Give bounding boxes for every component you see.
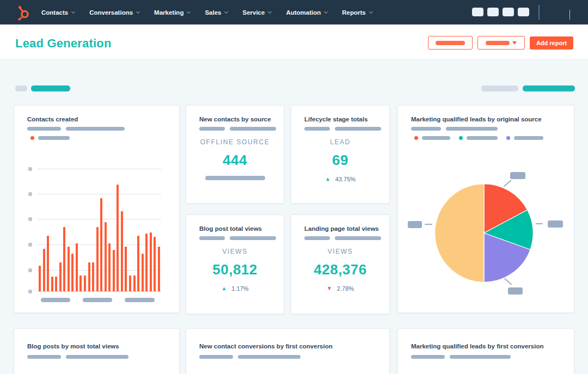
gridline: [37, 291, 161, 292]
x-label-pill: [41, 298, 70, 302]
mql-pie-chart: [432, 181, 536, 285]
chevron-down-icon: [187, 9, 191, 13]
trend-arrow-icon: ▼: [327, 286, 332, 291]
bar: [84, 275, 86, 291]
top-navigation-bar: ContactsConversationsMarketingSalesServi…: [0, 0, 588, 24]
dashboard-filter-right-placeholder: [481, 85, 575, 91]
pie-callout-pill: [408, 221, 422, 228]
card-title: Lifecycle stage totals: [304, 116, 367, 122]
bar: [68, 247, 70, 291]
subtitle-pill: [27, 355, 61, 359]
metric-body: VIEWS 50,812 ▲ 1.17%: [186, 248, 284, 292]
legend-item[interactable]: [459, 136, 498, 140]
card-title: Marketing qualified leads by original so…: [411, 116, 542, 122]
nav-item-service[interactable]: Service: [242, 9, 271, 16]
subtitle-pill: [304, 236, 330, 240]
metric-category: LEAD: [291, 138, 389, 146]
nav-item-marketing[interactable]: Marketing: [154, 9, 190, 16]
nav-action-icon-placeholder[interactable]: [518, 8, 529, 16]
metric-category: VIEWS: [186, 248, 284, 255]
trend-arrow-icon: ▲: [325, 176, 330, 182]
chevron-down-icon: [224, 9, 228, 13]
card-mql-by-original-source: Marketing qualified leads by original so…: [397, 105, 574, 313]
nav-item-label: Automation: [286, 9, 321, 16]
page-title: Lead Generation: [15, 36, 112, 51]
x-axis-labels-placeholder: [41, 298, 155, 302]
pie-callout-pill: [510, 172, 525, 179]
legend-label-placeholder: [514, 136, 543, 140]
dashboard-filter-left-placeholder: [15, 85, 70, 91]
bar: [63, 227, 65, 291]
subtitle-pill: [411, 355, 445, 359]
metric-value: 428,376: [291, 261, 389, 278]
subtitle-pill: [230, 236, 276, 240]
nav-action-icon-placeholder[interactable]: [503, 8, 514, 16]
legend-item[interactable]: [506, 136, 543, 140]
legend-item[interactable]: [414, 136, 450, 140]
bar: [39, 266, 41, 291]
nav-action-icon-placeholder[interactable]: [487, 8, 499, 16]
subtitle-pill: [335, 127, 381, 131]
account-menu-caret-icon[interactable]: [569, 10, 570, 20]
add-report-button[interactable]: Add report: [530, 36, 573, 50]
pie-callout-line: [536, 223, 543, 224]
bar: [108, 243, 111, 291]
bar: [133, 275, 136, 291]
metric-body: LEAD 69 ▲ 43.75%: [291, 138, 389, 182]
card-landing-page-total-views: Landing page total views VIEWS 428,376 ▼…: [291, 214, 390, 314]
dashboard-filter-button-placeholder[interactable]: [428, 36, 473, 50]
card-title: New contact conversions by first convers…: [199, 343, 333, 350]
bar: [145, 234, 148, 291]
bar: [43, 249, 45, 291]
nav-item-reports[interactable]: Reports: [342, 9, 372, 16]
chevron-down-icon: [268, 9, 272, 13]
subtitle-pill: [450, 355, 511, 359]
metric-body: OFFLINE SOURCE 444: [186, 138, 284, 180]
metric-value: 50,812: [186, 261, 284, 278]
nav-item-sales[interactable]: Sales: [205, 9, 228, 16]
nav-item-label: Conversations: [89, 9, 133, 16]
chevron-down-icon: [136, 9, 140, 13]
filter-pill-placeholder[interactable]: [523, 85, 575, 91]
pie-callout-line: [425, 224, 432, 225]
bar: [76, 243, 78, 291]
y-tick-placeholder: [28, 167, 32, 171]
nav-item-contacts[interactable]: Contacts: [41, 9, 75, 16]
bar: [100, 198, 102, 291]
legend-label-placeholder: [422, 136, 450, 140]
nav-item-label: Sales: [205, 9, 221, 16]
filter-pill-placeholder: [481, 85, 518, 91]
nav-menu: ContactsConversationsMarketingSalesServi…: [41, 0, 372, 24]
bar: [51, 277, 53, 291]
pie-slice: [435, 184, 484, 283]
dashboard-body: Contacts created New contacts by source: [0, 60, 588, 374]
dashboard-actions-dropdown-placeholder[interactable]: [477, 36, 525, 50]
pie-callout-pill: [548, 220, 563, 228]
pie-chart-legend: [414, 136, 543, 140]
nav-item-conversations[interactable]: Conversations: [89, 9, 139, 16]
filter-icon-placeholder: [15, 85, 27, 91]
subtitle-pill: [411, 127, 441, 131]
card-title: Blog posts by most total views: [27, 343, 119, 350]
subtitle-pill: [238, 355, 301, 359]
hubspot-dashboard: ContactsConversationsMarketingSalesServi…: [0, 0, 588, 374]
nav-action-icon-placeholder[interactable]: [472, 8, 483, 16]
bar: [59, 262, 62, 291]
filter-pill-placeholder[interactable]: [31, 85, 70, 91]
legend-dot-icon: [506, 136, 510, 140]
contacts-created-bars: [39, 169, 160, 291]
card-mql-by-first-conversion: Marketing qualified leads by first conve…: [397, 328, 574, 374]
hubspot-logo-icon[interactable]: [15, 4, 31, 21]
bar: [129, 275, 131, 291]
legend-dot-icon: [459, 136, 463, 140]
card-title: Blog post total views: [199, 225, 262, 232]
nav-item-label: Contacts: [41, 9, 68, 16]
metric-delta: ▲ 43.75%: [291, 176, 389, 182]
y-tick-placeholder: [28, 290, 32, 293]
bar: [92, 262, 94, 291]
metric-category: OFFLINE SOURCE: [186, 138, 284, 146]
legend-dot-icon: [414, 136, 418, 140]
nav-item-automation[interactable]: Automation: [286, 9, 327, 16]
card-subtitle-placeholder: [411, 355, 511, 359]
bar: [142, 254, 144, 291]
